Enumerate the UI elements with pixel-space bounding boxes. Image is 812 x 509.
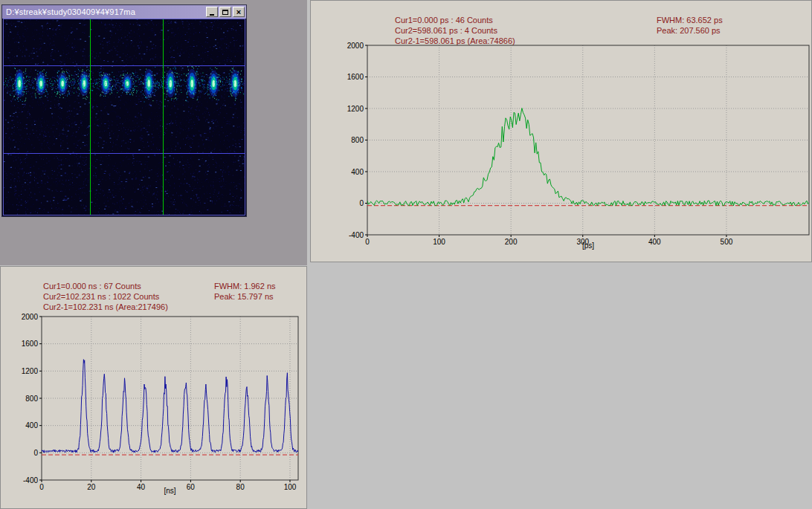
- svg-text:400: 400: [351, 168, 364, 176]
- svg-text:2000: 2000: [22, 313, 39, 321]
- svg-text:[ns]: [ns]: [164, 487, 175, 495]
- svg-text:400: 400: [648, 238, 661, 246]
- svg-text:1600: 1600: [22, 340, 39, 348]
- image-window-titlebar[interactable]: D:¥streak¥study030409¥4¥917ma ×: [2, 5, 246, 19]
- svg-text:0: 0: [33, 449, 38, 457]
- svg-text:0: 0: [359, 199, 364, 207]
- svg-text:1200: 1200: [347, 105, 364, 113]
- time-profile-chart-ps[interactable]: 01002003004005002000160012008004000-400[…: [311, 1, 812, 263]
- streak-image-area: [3, 19, 245, 215]
- minimize-button[interactable]: [206, 7, 218, 17]
- svg-text:-400: -400: [23, 476, 38, 484]
- svg-text:500: 500: [721, 238, 733, 246]
- svg-text:[ps]: [ps]: [582, 241, 594, 250]
- profile-panel-ns: Cur1=0.000 ns : 67 Counts Cur2=102.231 n…: [0, 266, 307, 509]
- close-icon: ×: [236, 8, 241, 16]
- svg-text:0: 0: [365, 238, 370, 246]
- svg-text:100: 100: [433, 238, 445, 246]
- svg-text:1600: 1600: [347, 73, 364, 81]
- minimize-icon: [210, 14, 214, 16]
- svg-text:40: 40: [137, 483, 146, 491]
- svg-text:200: 200: [505, 238, 518, 246]
- maximize-button[interactable]: [219, 7, 231, 17]
- image-window-title: D:¥streak¥study030409¥4¥917ma: [6, 7, 204, 16]
- svg-text:2000: 2000: [347, 42, 364, 50]
- time-profile-chart-ns[interactable]: 0204060801002000160012008004000-400[ns]: [1, 267, 308, 509]
- svg-text:0: 0: [39, 483, 44, 491]
- svg-text:100: 100: [284, 483, 297, 491]
- streak-image-window: D:¥streak¥study030409¥4¥917ma ×: [1, 4, 247, 217]
- maximize-icon: [222, 10, 228, 15]
- streak-camera-image[interactable]: [3, 19, 245, 215]
- svg-text:1200: 1200: [22, 367, 39, 375]
- desktop: D:¥streak¥study030409¥4¥917ma × Cur1=0.0…: [0, 0, 812, 509]
- svg-text:800: 800: [351, 136, 364, 144]
- svg-text:60: 60: [187, 483, 196, 491]
- svg-text:20: 20: [87, 483, 96, 491]
- svg-text:-400: -400: [349, 231, 364, 239]
- profile-panel-ps: Cur1=0.000 ps : 46 Counts Cur2=598.061 p…: [310, 0, 812, 262]
- svg-text:800: 800: [25, 395, 38, 403]
- svg-text:400: 400: [25, 421, 38, 429]
- close-button[interactable]: ×: [233, 7, 245, 17]
- svg-text:80: 80: [236, 483, 245, 491]
